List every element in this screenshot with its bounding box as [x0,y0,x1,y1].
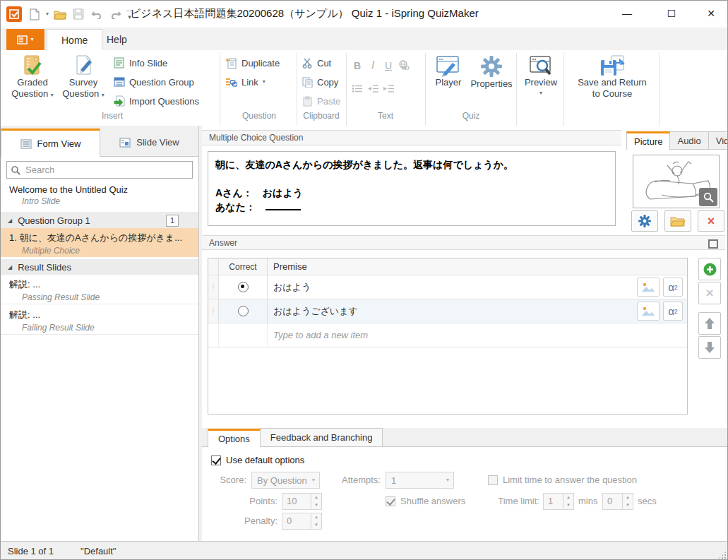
limit-time-checkbox[interactable] [488,475,498,485]
spin-down-icon[interactable]: ▼ [563,501,573,509]
drag-handle-icon[interactable]: ⋮ [208,275,219,299]
result-slides-header[interactable]: ◢ Result Slides [1,259,198,275]
options-tab[interactable]: Options [208,429,261,447]
video-tab[interactable]: Video [709,131,728,150]
correct-radio-unselected[interactable] [238,306,249,316]
use-default-options-field[interactable]: Use default options [211,455,304,465]
italic-button[interactable]: I [365,60,381,73]
question-picture-thumbnail[interactable] [633,155,720,208]
open-file-icon[interactable] [53,7,67,21]
search-box[interactable] [6,161,193,179]
expand-triangle-icon[interactable]: ◢ [8,218,12,224]
drag-handle-icon[interactable]: ⋮ [208,299,219,323]
cut-button[interactable]: Cut [302,54,331,71]
secs-label: secs [638,493,657,510]
picture-browse-button[interactable] [664,210,691,232]
decrease-indent-button[interactable] [365,84,381,95]
question-group-label: Question [223,111,295,122]
spin-up-icon[interactable]: ▲ [311,513,321,521]
new-file-caret-icon[interactable]: ▾ [46,11,49,17]
increase-indent-button[interactable] [381,84,396,95]
penalty-spinner[interactable]: 0 ▲▼ [282,513,322,530]
time-mins-spinner[interactable]: 1 ▲▼ [543,493,574,510]
passing-result-item[interactable]: 解説: ... Passing Result Slide [1,275,198,304]
bullet-list-button[interactable] [350,84,365,95]
picture-settings-button[interactable] [631,210,658,232]
paste-button[interactable]: Paste [302,93,340,109]
ribbon: Graded Question ▾ Survey Question ▾ Info… [1,50,727,126]
expand-answer-icon[interactable] [708,239,718,249]
minimize-button[interactable]: — [615,5,639,22]
expand-triangle-icon[interactable]: ◢ [8,264,12,270]
undo-icon[interactable] [90,7,104,21]
form-view-tab[interactable]: Form View [1,129,100,157]
answer-row-1[interactable]: ⋮ おはよう α2 [208,275,687,299]
time-secs-spinner[interactable]: 0 ▲▼ [602,493,633,510]
save-icon[interactable] [71,7,85,21]
graded-question-button[interactable]: Graded Question ▾ [9,54,56,100]
intro-slide-item[interactable]: Welcome to the Untitled Quiz Intro Slide [1,181,198,213]
copy-button[interactable]: Copy [302,73,338,90]
move-down-button[interactable] [698,336,721,359]
points-spinner[interactable]: 10 ▲▼ [282,493,322,510]
failing-result-item[interactable]: 解説: ... Failing Result Slide [1,305,198,335]
spin-down-icon[interactable]: ▼ [311,521,321,529]
picture-remove-button[interactable]: × [698,210,724,232]
maximize-button[interactable]: ☐ [660,5,684,22]
correct-radio-selected[interactable] [238,282,249,292]
link-caret-icon: ▾ [263,79,265,85]
answer-equation-button[interactable]: α2 [663,278,683,297]
close-button[interactable]: ✕ [699,5,723,22]
tab-help[interactable]: Help [93,29,141,50]
resize-grip[interactable] [719,552,726,559]
picture-zoom-button[interactable] [699,188,717,206]
duplicate-button[interactable]: Duplicate [225,54,280,71]
use-default-label: Use default options [226,455,304,465]
spin-down-icon[interactable]: ▼ [623,501,633,509]
new-answer-row[interactable]: Type to add a new item [208,323,687,347]
hyperlink-button[interactable] [396,60,412,73]
player-button[interactable]: Player [429,54,468,88]
question-group-header[interactable]: ◢ Question Group 1 1 [1,213,198,228]
shuffle-answers-field[interactable]: Shuffle answers [386,496,465,506]
picture-tab[interactable]: Picture [626,131,670,150]
spin-down-icon[interactable]: ▼ [311,501,321,509]
answer-equation-button[interactable]: α2 [663,302,683,321]
info-slide-button[interactable]: Info Slide [114,54,167,71]
add-answer-button[interactable] [698,258,721,280]
move-up-button[interactable] [698,312,721,335]
answer-image-button[interactable] [637,278,660,297]
underline-button[interactable]: U [381,60,396,73]
spin-up-icon[interactable]: ▲ [563,494,573,501]
answer-row-2[interactable]: ⋮ おはようございます α2 [208,299,687,323]
preview-button[interactable]: Preview ▾ [520,54,562,96]
question-item-selected[interactable]: 1. 朝に、友達のAさんからの挨拶がきま... Multiple Choice [1,228,198,257]
redo-icon[interactable] [108,7,122,21]
answer-image-button[interactable] [637,302,660,321]
app-menu-button[interactable]: ▾ [6,29,44,50]
use-default-checkbox[interactable] [211,455,221,465]
attempts-dropdown[interactable]: 1▾ [386,472,454,489]
audio-tab[interactable]: Audio [670,131,708,150]
intro-slide-title: Welcome to the Untitled Quiz [9,184,193,195]
slide-view-tab[interactable]: Slide View [100,129,198,157]
spin-up-icon[interactable]: ▲ [311,494,321,501]
properties-button[interactable]: Properties [470,54,513,90]
import-questions-button[interactable]: Import Questions [114,93,199,109]
feedback-branching-tab[interactable]: Feedback and Branching [260,428,383,446]
question-item-title: 1. 朝に、友達のAさんからの挨拶がきま... [9,232,193,244]
shuffle-answers-checkbox[interactable] [386,496,395,506]
delete-answer-button[interactable]: × [698,282,721,304]
survey-question-button[interactable]: Survey Question ▾ [60,54,107,100]
new-file-icon[interactable] [28,7,42,21]
preview-caret-icon: ▾ [539,90,542,96]
bold-button[interactable]: B [350,60,365,73]
link-button[interactable]: Link ▾ [225,73,265,90]
score-dropdown[interactable]: By Question▾ [251,472,320,489]
question-text-editor[interactable]: 朝に、友達のAさんからの挨拶がきました。返事は何でしょうか。 Aさん： おはよう… [208,151,616,226]
search-input[interactable] [24,164,192,176]
question-group-button[interactable]: Question Group [114,73,194,90]
limit-time-field[interactable]: Limit time to answer the question [488,475,637,485]
spin-up-icon[interactable]: ▲ [623,494,633,501]
save-return-button[interactable]: Save and Return to Course [567,54,657,100]
